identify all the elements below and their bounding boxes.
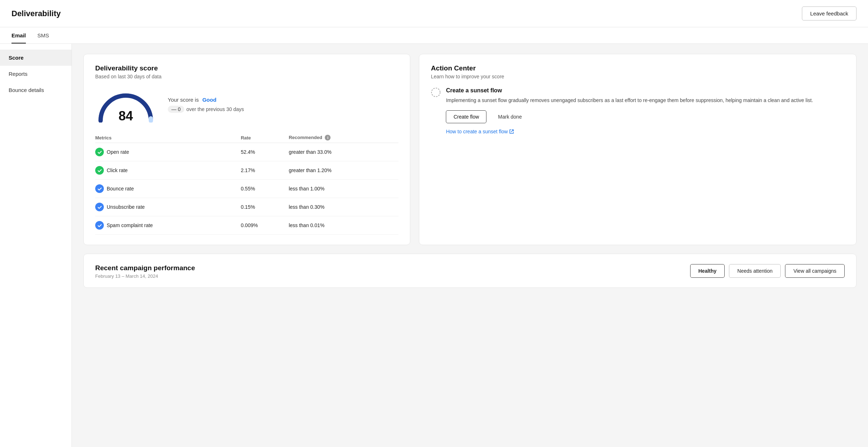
action-card-title: Action Center [431,64,845,72]
metric-icon [95,184,104,193]
recent-campaigns-card: Recent campaign performance February 13 … [83,254,857,288]
metric-recommended: less than 0.30% [289,198,399,216]
score-change-pill: — 0 [168,106,184,113]
mark-done-button[interactable]: Mark done [491,110,529,123]
metric-rate: 52.4% [241,143,288,161]
create-flow-button[interactable]: Create flow [446,110,486,123]
recent-campaigns-subtitle: February 13 – March 14, 2024 [95,273,195,279]
gauge-area: 84 Your score is Good — 0 over the previ… [95,87,398,123]
external-link-icon [509,129,514,134]
metric-icon [95,221,104,230]
tabs-bar: Email SMS [0,27,868,44]
metric-name-cell: Open rate [95,143,241,161]
recent-campaigns-title: Recent campaign performance [95,264,195,272]
recent-campaigns-header: Recent campaign performance February 13 … [95,264,845,279]
recent-campaigns-actions: Healthy Needs attention View all campaig… [690,264,845,278]
table-row: Open rate 52.4% greater than 33.0% [95,143,398,161]
action-buttons: Create flow Mark done [446,110,813,123]
metric-name-cell: Bounce rate [95,180,241,198]
col-header-recommended: Recommended i [289,133,399,143]
metric-recommended: greater than 33.0% [289,143,399,161]
tab-email[interactable]: Email [11,27,26,43]
recent-campaigns-title-area: Recent campaign performance February 13 … [95,264,195,279]
metric-recommended: less than 0.01% [289,216,399,235]
metric-rate: 2.17% [241,161,288,180]
table-row: Spam complaint rate 0.009% less than 0.0… [95,216,398,235]
top-bar: Deliverability Leave feedback [0,0,868,27]
main-layout: Score Reports Bounce details Deliverabil… [0,44,868,447]
leave-feedback-button[interactable]: Leave feedback [802,6,857,20]
sidebar-item-reports[interactable]: Reports [0,66,71,82]
metrics-table: Metrics Rate Recommended i Open rate [95,133,398,235]
action-card: Action Center Learn how to improve your … [419,54,857,245]
metric-icon [95,148,104,156]
cards-row: Deliverability score Based on last 30 da… [83,54,857,245]
action-dot-icon [431,87,441,99]
table-row: Click rate 2.17% greater than 1.20% [95,161,398,180]
action-item-desc: Implementing a sunset flow gradually rem… [446,97,813,105]
table-row: Bounce rate 0.55% less than 1.00% [95,180,398,198]
score-card-subtitle: Based on last 30 days of data [95,74,398,79]
metric-icon [95,166,104,175]
metric-rate: 0.009% [241,216,288,235]
metric-rate: 0.55% [241,180,288,198]
metric-name-cell: Spam complaint rate [95,216,241,235]
metric-icon [95,203,104,211]
content-area: Deliverability score Based on last 30 da… [72,44,868,447]
page-title: Deliverability [11,9,61,18]
score-is-row: Your score is Good [168,97,244,103]
metric-name-cell: Click rate [95,161,241,180]
action-item-title: Create a sunset flow [446,87,813,94]
score-card: Deliverability score Based on last 30 da… [83,54,410,245]
sidebar-item-bounce-details[interactable]: Bounce details [0,82,71,98]
gauge-container: 84 [95,87,156,123]
score-change-label: over the previous 30 days [186,106,244,112]
action-card-subtitle: Learn how to improve your score [431,74,845,79]
col-header-rate: Rate [241,133,288,143]
metric-rate: 0.15% [241,198,288,216]
score-change-row: — 0 over the previous 30 days [168,106,244,113]
svg-point-0 [431,88,440,97]
action-item: Create a sunset flow Implementing a suns… [431,87,845,135]
healthy-filter-button[interactable]: Healthy [690,264,725,278]
tab-sms[interactable]: SMS [37,27,49,43]
how-to-link[interactable]: How to create a sunset flow [446,129,514,134]
score-info: Your score is Good — 0 over the previous… [168,97,244,113]
score-card-title: Deliverability score [95,64,398,72]
score-rating-badge: Good [202,97,216,103]
gauge-number: 84 [119,110,133,123]
table-row: Unsubscribe rate 0.15% less than 0.30% [95,198,398,216]
action-content: Create a sunset flow Implementing a suns… [446,87,813,135]
view-all-campaigns-button[interactable]: View all campaigns [785,264,845,278]
score-is-label: Your score is [168,97,199,103]
metric-recommended: greater than 1.20% [289,161,399,180]
needs-attention-filter-button[interactable]: Needs attention [729,264,781,278]
metric-recommended: less than 1.00% [289,180,399,198]
sidebar: Score Reports Bounce details [0,44,72,447]
recommended-info-icon[interactable]: i [325,135,331,140]
sidebar-item-score[interactable]: Score [0,50,71,66]
metric-name-cell: Unsubscribe rate [95,198,241,216]
col-header-metric: Metrics [95,133,241,143]
